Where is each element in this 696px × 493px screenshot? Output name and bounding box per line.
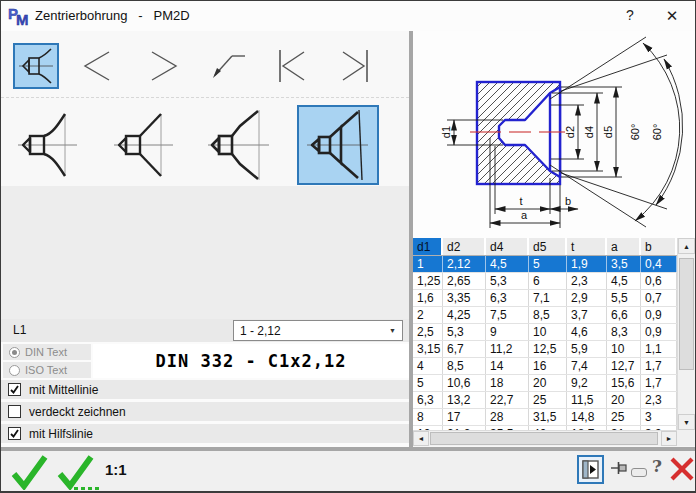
table-cell[interactable]: 1,1: [641, 341, 677, 357]
table-horizontal-scrollbar[interactable]: ◄ ►: [413, 430, 677, 446]
minimize-button[interactable]: [631, 468, 647, 477]
table-cell[interactable]: 3: [641, 409, 677, 425]
table-cell[interactable]: 0,9: [641, 324, 677, 340]
scroll-right-icon[interactable]: ►: [661, 431, 677, 446]
table-cell[interactable]: 4,25: [443, 307, 486, 323]
vertical-scroll-thumb[interactable]: [679, 258, 694, 370]
table-cell[interactable]: 0,4: [641, 256, 677, 272]
table-row[interactable]: 1,252,655,362,34,50,6: [413, 273, 677, 290]
table-cell[interactable]: 12,7: [607, 358, 641, 374]
ok-button[interactable]: [11, 454, 49, 493]
checkbox-verdeckt[interactable]: verdeckt zeichnen: [1, 402, 409, 421]
table-cell[interactable]: 0,7: [641, 290, 677, 306]
table-cell[interactable]: 11,5: [567, 392, 607, 408]
column-header-d4[interactable]: d4: [486, 238, 529, 255]
table-cell[interactable]: 2: [413, 307, 443, 323]
title-bar[interactable]: P M Zentrierbohrung - PM2D ? ✕: [1, 1, 695, 32]
table-cell[interactable]: 5: [529, 256, 567, 272]
apply-button[interactable]: [57, 454, 99, 493]
table-cell[interactable]: 20: [529, 375, 567, 391]
table-cell[interactable]: 2,65: [443, 273, 486, 289]
table-cell[interactable]: 5,5: [607, 290, 641, 306]
table-row[interactable]: 6,313,222,72511,5202,3: [413, 392, 677, 409]
dock-panel-button[interactable]: [577, 455, 604, 484]
table-cell[interactable]: 1,7: [641, 375, 677, 391]
table-cell[interactable]: 7,4: [567, 358, 607, 374]
form-button-a[interactable]: [113, 107, 175, 187]
table-cell[interactable]: 8,5: [443, 358, 486, 374]
checkbox-icon[interactable]: [8, 427, 21, 440]
checkbox-icon[interactable]: [8, 383, 21, 396]
table-cell[interactable]: 2,12: [443, 256, 486, 272]
table-cell[interactable]: 25: [529, 392, 567, 408]
table-cell[interactable]: 3,7: [567, 307, 607, 323]
radio-circle-icon[interactable]: [9, 365, 20, 376]
table-cell[interactable]: 0,6: [641, 273, 677, 289]
table-cell[interactable]: 25: [607, 409, 641, 425]
toolbar-button-arrow-stop-left[interactable]: [273, 47, 309, 89]
table-row[interactable]: 3,156,711,212,55,9101,1: [413, 341, 677, 358]
table-cell[interactable]: 5,9: [567, 341, 607, 357]
table-cell[interactable]: 14: [486, 358, 529, 374]
table-cell[interactable]: 22,7: [486, 392, 529, 408]
table-cell[interactable]: 7,1: [529, 290, 567, 306]
help-button[interactable]: ?: [652, 456, 662, 476]
radio-iso-text[interactable]: ISO Text: [3, 362, 91, 378]
checkbox-mittellinie[interactable]: mit Mittellinie: [1, 380, 409, 399]
table-cell[interactable]: 1,6: [413, 290, 443, 306]
table-cell[interactable]: 10: [529, 324, 567, 340]
table-cell[interactable]: 2,5: [413, 324, 443, 340]
table-cell[interactable]: 9: [486, 324, 529, 340]
table-cell[interactable]: 4: [413, 358, 443, 374]
table-cell[interactable]: 28: [486, 409, 529, 425]
table-cell[interactable]: 1,9: [567, 256, 607, 272]
table-cell[interactable]: 1,25: [413, 273, 443, 289]
column-header-d5[interactable]: d5: [529, 238, 567, 255]
table-row[interactable]: 48,514167,412,71,7: [413, 358, 677, 375]
checkbox-hilfslinie[interactable]: mit Hilfslinie: [1, 424, 409, 443]
form-button-r[interactable]: [17, 107, 79, 187]
table-cell[interactable]: 16: [529, 358, 567, 374]
toolbar-button-arrow-open-right[interactable]: [146, 47, 182, 89]
table-cell[interactable]: 12,5: [529, 341, 567, 357]
checkbox-icon[interactable]: [8, 405, 21, 418]
radio-circle-icon[interactable]: [9, 347, 20, 358]
horizontal-scroll-thumb[interactable]: [430, 432, 658, 445]
table-cell[interactable]: 18: [486, 375, 529, 391]
table-cell[interactable]: 2,9: [567, 290, 607, 306]
table-cell[interactable]: 14,8: [567, 409, 607, 425]
table-cell[interactable]: 4,5: [607, 273, 641, 289]
table-cell[interactable]: 6,3: [486, 290, 529, 306]
panel-splitter[interactable]: [409, 31, 413, 447]
table-cell[interactable]: 6: [529, 273, 567, 289]
table-cell[interactable]: 15,6: [607, 375, 641, 391]
radio-din-text[interactable]: DIN Text: [3, 344, 91, 360]
form-button-b[interactable]: [207, 105, 271, 189]
table-cell[interactable]: 31,5: [529, 409, 567, 425]
table-cell[interactable]: 3,35: [443, 290, 486, 306]
toolbar-button-arrow-open-left[interactable]: [79, 47, 115, 89]
table-cell[interactable]: 5: [413, 375, 443, 391]
table-cell[interactable]: 2,3: [641, 392, 677, 408]
table-cell[interactable]: 17: [443, 409, 486, 425]
table-cell[interactable]: 5,3: [443, 324, 486, 340]
column-header-t[interactable]: t: [567, 238, 607, 255]
form-button-c[interactable]: [297, 105, 379, 185]
table-row[interactable]: 24,257,58,53,76,60,9: [413, 307, 677, 324]
table-row[interactable]: 510,618209,215,61,7: [413, 375, 677, 392]
table-cell[interactable]: 8,5: [529, 307, 567, 323]
table-cell[interactable]: 7,5: [486, 307, 529, 323]
table-cell[interactable]: 9,2: [567, 375, 607, 391]
column-header-d2[interactable]: d2: [443, 238, 486, 255]
scroll-down-icon[interactable]: ▼: [678, 414, 695, 430]
table-cell[interactable]: 13,2: [443, 392, 486, 408]
table-cell[interactable]: 6,6: [607, 307, 641, 323]
table-cell[interactable]: 3,15: [413, 341, 443, 357]
column-header-a[interactable]: a: [607, 238, 641, 255]
table-cell[interactable]: 1,7: [641, 358, 677, 374]
table-row[interactable]: 1,63,356,37,12,95,50,7: [413, 290, 677, 307]
table-cell[interactable]: 4,6: [567, 324, 607, 340]
table-cell[interactable]: 8,3: [607, 324, 641, 340]
size-dropdown[interactable]: 1 - 2,12 ▼: [233, 320, 403, 341]
titlebar-close-button[interactable]: ✕: [655, 1, 689, 30]
